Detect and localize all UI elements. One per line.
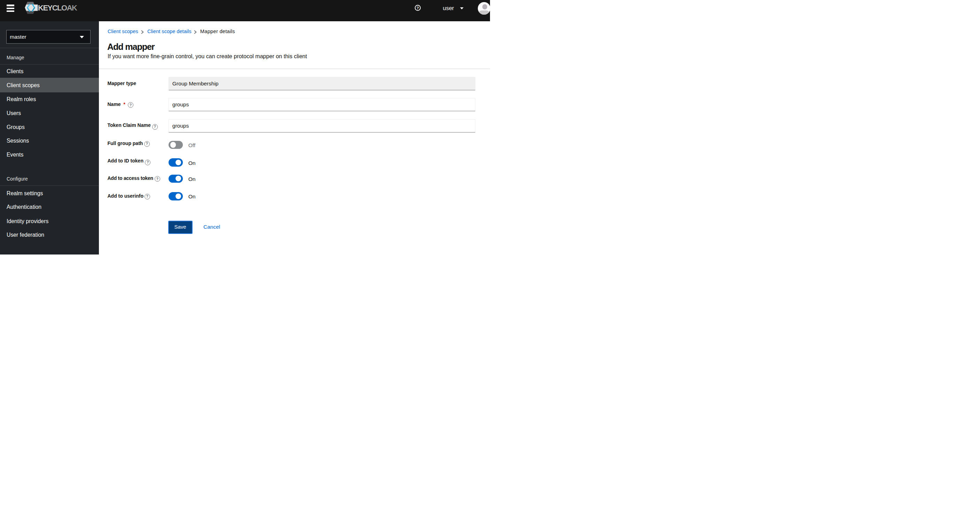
svg-text:KEYCLOAK: KEYCLOAK: [38, 3, 77, 12]
